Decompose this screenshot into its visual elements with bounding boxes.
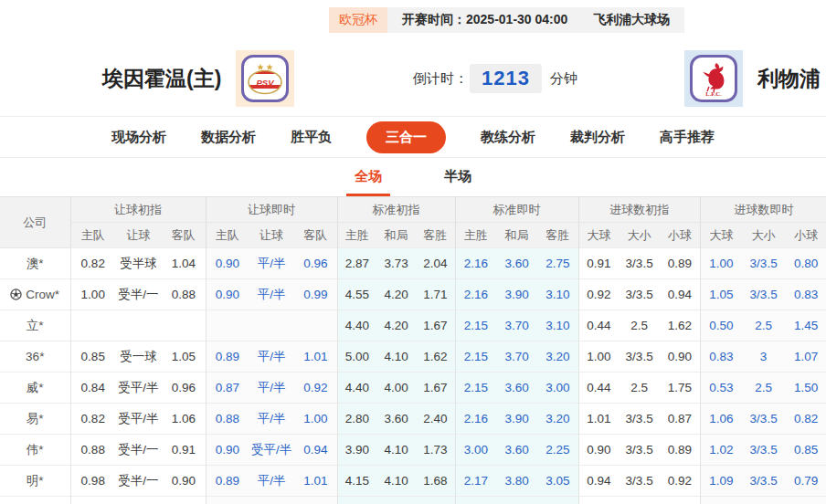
odds-cell: 1.67 — [416, 373, 455, 404]
away-team: L.F.C. 利物浦 — [684, 40, 821, 117]
odds-cell — [660, 497, 700, 504]
odds-cell: 0.94 — [660, 279, 700, 310]
group-header-euro_live: 标准即时 — [455, 197, 578, 223]
company-header: 公司 — [0, 197, 70, 248]
odds-cell: 1.62 — [416, 341, 455, 373]
company-cell: 伟* — [0, 435, 70, 466]
odds-cell: 0.50 — [700, 310, 742, 341]
odds-cell: 受平/半 — [115, 404, 162, 435]
odds-cell: 3/3.5 — [742, 248, 785, 279]
tab-referee-analysis[interactable]: 裁判分析 — [570, 129, 625, 146]
odds-cell: 0.90 — [162, 466, 206, 497]
sub-tab-half-match[interactable]: 半场 — [436, 168, 480, 196]
odds-cell: 0.83 — [785, 279, 826, 310]
tab-expert-picks[interactable]: 高手推荐 — [660, 129, 715, 146]
tab-three-in-one[interactable]: 三合一 — [366, 121, 446, 153]
odds-cell: 2.5 — [742, 310, 785, 341]
odds-cell: 2.5 — [742, 373, 785, 404]
odds-cell: 0.90 — [660, 341, 700, 373]
odds-row: 明*0.98受半/一0.900.89平/半1.014.154.101.682.1… — [0, 466, 826, 497]
odds-cell: 4.10 — [376, 341, 416, 373]
odds-cell: 4.00 — [376, 373, 416, 404]
odds-cell: 0.44 — [578, 310, 619, 341]
odds-cell: 1.00 — [578, 341, 619, 373]
odds-cell: 0.91 — [162, 435, 206, 466]
odds-cell — [785, 497, 826, 504]
odds-cell: 1.67 — [416, 310, 455, 341]
odds-cell: 0.85 — [785, 435, 826, 466]
odds-cell: 平/半 — [249, 373, 294, 404]
tab-win-draw-lose[interactable]: 胜平负 — [291, 129, 332, 146]
odds-cell: 3.73 — [376, 248, 416, 279]
odds-cell: 3.60 — [376, 404, 416, 435]
odds-table-body: 澳*0.82受半球1.040.90平/半0.962.873.732.042.16… — [0, 248, 826, 504]
odds-cell: 0.90 — [206, 435, 249, 466]
odds-cell — [416, 497, 455, 504]
countdown-label: 倒计时： — [413, 70, 468, 88]
odds-cell: 0.53 — [700, 373, 742, 404]
odds-cell: 1.09 — [700, 466, 742, 497]
odds-cell — [294, 497, 337, 504]
home-team-name: 埃因霍温(主) — [102, 65, 221, 93]
sub-header: 和局 — [376, 223, 416, 248]
odds-cell: 3.70 — [496, 341, 537, 373]
liverpool-crest-icon: L.F.C. — [690, 55, 737, 102]
odds-cell: 3/3.5 — [619, 435, 660, 466]
sub-header: 客胜 — [537, 223, 578, 248]
odds-cell: 4.20 — [376, 279, 416, 310]
home-team: 埃因霍温(主) PSV — [102, 40, 294, 117]
odds-cell: 2.40 — [416, 404, 455, 435]
odds-cell: 1.50 — [785, 373, 826, 404]
odds-cell: 3/3.5 — [619, 279, 660, 310]
odds-cell: 3.60 — [496, 373, 537, 404]
odds-row: Crow*1.00受半/一0.880.90平/半0.994.554.201.71… — [0, 279, 826, 310]
odds-cell: 0.44 — [578, 373, 619, 404]
company-cell: 易* — [0, 404, 70, 435]
page: { "top_bar": { "league_badge": "欧冠杯", "k… — [0, 0, 826, 504]
tab-live-analysis[interactable]: 现场分析 — [111, 129, 166, 146]
odds-cell — [70, 310, 115, 341]
company-cell: 威* — [0, 373, 70, 404]
odds-cell: 3.10 — [537, 310, 578, 341]
sub-header: 大球 — [578, 223, 619, 248]
tab-coach-analysis[interactable]: 教练分析 — [481, 129, 535, 146]
odds-cell: 1.00 — [294, 404, 337, 435]
odds-cell: 1.04 — [162, 248, 206, 279]
odds-cell: 0.89 — [660, 435, 700, 466]
tab-data-analysis[interactable]: 数据分析 — [201, 129, 256, 146]
odds-cell: 受半/一 — [115, 279, 162, 310]
odds-cell: 1.00 — [700, 248, 742, 279]
odds-cell — [455, 497, 496, 504]
home-team-logo: PSV — [236, 50, 294, 107]
odds-cell — [742, 497, 785, 504]
odds-table: 公司让球初指让球即时标准初指标准即时进球数初指进球数即时主队让球客队主队让球客队… — [0, 196, 826, 504]
odds-cell: 0.91 — [578, 248, 619, 279]
odds-row: 伟*0.88受半/一0.910.90受平/半0.943.904.101.733.… — [0, 435, 826, 466]
main-tabs: 现场分析数据分析胜平负三合一教练分析裁判分析高手推荐 — [0, 117, 826, 158]
odds-cell: 3/3.5 — [742, 466, 785, 497]
odds-cell: 4.40 — [337, 310, 376, 341]
odds-cell: 2.15 — [455, 341, 496, 373]
odds-cell: 4.10 — [376, 466, 416, 497]
odds-cell — [70, 497, 115, 504]
odds-cell: 3.90 — [496, 404, 537, 435]
company-cell: 明* — [0, 466, 70, 497]
odds-cell: 3/3.5 — [619, 341, 660, 373]
venue: 飞利浦大球场 — [593, 12, 670, 28]
odds-cell: 0.94 — [578, 466, 619, 497]
odds-cell — [206, 310, 249, 341]
odds-cell: 0.90 — [206, 279, 249, 310]
odds-cell: 5.00 — [337, 341, 376, 373]
odds-cell: 2.80 — [337, 404, 376, 435]
group-header-goals_initial: 进球数初指 — [578, 197, 700, 223]
psv-crest-icon: PSV — [241, 55, 289, 102]
sub-tab-full-match[interactable]: 全场 — [346, 168, 390, 196]
league-badge: 欧冠杯 — [329, 7, 387, 33]
odds-cell: 1.06 — [162, 404, 206, 435]
odds-header-group-row: 公司让球初指让球即时标准初指标准即时进球数初指进球数即时 — [0, 197, 826, 223]
odds-cell: 0.83 — [700, 341, 742, 373]
sub-header: 大小 — [742, 223, 785, 248]
odds-cell: 平/半 — [249, 404, 294, 435]
odds-row-partial — [0, 497, 826, 504]
odds-cell: 3.70 — [496, 310, 537, 341]
